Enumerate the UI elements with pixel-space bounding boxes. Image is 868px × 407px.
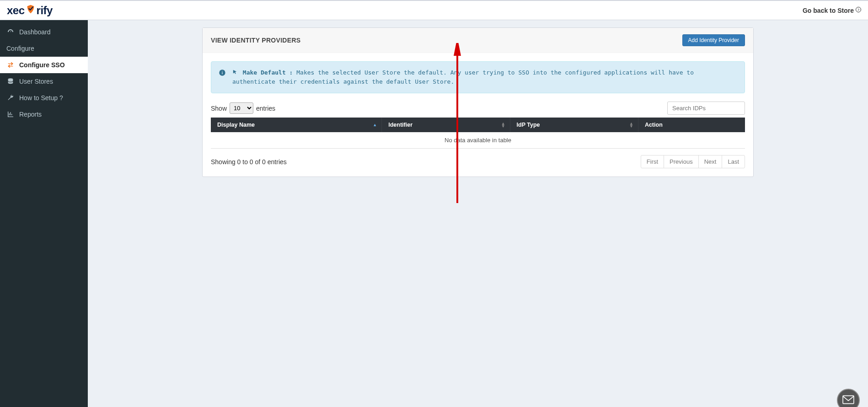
page-prev-button[interactable]: Previous [664, 155, 699, 168]
logo-text-left: xec [7, 4, 25, 17]
sidebar-header-configure: Configure [0, 40, 88, 57]
main-content: VIEW IDENTITY PROVIDERS Add Identity Pro… [88, 20, 868, 407]
shield-check-icon [25, 4, 37, 17]
cursor-icon [232, 69, 241, 76]
sidebar-item-label: Reports [19, 111, 42, 118]
col-label: Display Name [217, 122, 255, 128]
sidebar-item-label: User Stores [19, 78, 53, 85]
sidebar-item-label: Dashboard [19, 28, 51, 36]
svg-rect-4 [222, 71, 222, 71]
panel-title: VIEW IDENTITY PROVIDERS [211, 37, 300, 44]
sidebar-item-how-to-setup[interactable]: How to Setup ? [0, 90, 88, 106]
page-last-button[interactable]: Last [722, 155, 745, 168]
length-prefix: Show [211, 105, 227, 112]
sort-asc-icon: ▲ [373, 123, 377, 126]
chart-icon [6, 111, 15, 118]
sidebar-item-dashboard[interactable]: Dashboard [0, 24, 88, 40]
go-back-to-store-link[interactable]: Go back to Store [803, 7, 861, 14]
sidebar-item-reports[interactable]: Reports [0, 106, 88, 123]
sidebar-item-label: Configure SSO [19, 61, 65, 69]
sort-both-icon: ▲▼ [501, 122, 505, 128]
database-icon [6, 78, 15, 85]
add-identity-provider-button[interactable]: Add Identity Provider [682, 34, 745, 46]
page-next-button[interactable]: Next [698, 155, 723, 168]
logo: xec rify [7, 4, 53, 17]
info-strong: Make Default : [243, 69, 293, 76]
identity-providers-panel: VIEW IDENTITY PROVIDERS Add Identity Pro… [202, 27, 754, 177]
table-empty-row: No data available in table [211, 132, 745, 149]
wrench-icon [6, 94, 15, 102]
svg-rect-6 [843, 396, 854, 403]
mail-icon [842, 395, 854, 406]
info-icon [219, 69, 226, 79]
col-display-name[interactable]: Display Name ▲ [211, 118, 382, 132]
col-label: IdP Type [517, 122, 540, 128]
pagination: First Previous Next Last [641, 155, 745, 168]
go-back-label: Go back to Store [803, 7, 854, 14]
length-suffix: entries [256, 105, 275, 112]
col-label: Action [645, 122, 663, 128]
length-control: Show 102550100 entries [211, 102, 275, 114]
svg-point-1 [8, 78, 13, 80]
sidebar-item-configure-sso[interactable]: Configure SSO [0, 57, 88, 73]
col-action: Action [638, 118, 745, 132]
dashboard-icon [6, 28, 15, 36]
info-alert: Make Default : Makes the selected User S… [211, 61, 745, 93]
info-text-wrap: Make Default : Makes the selected User S… [232, 68, 737, 86]
logo-text-right: rify [37, 4, 53, 17]
sidebar-item-user-stores[interactable]: User Stores [0, 73, 88, 90]
idp-table: Display Name ▲ Identifier ▲▼ IdP Type ▲▼ [211, 118, 745, 149]
sidebar-header-label: Configure [6, 45, 34, 52]
svg-rect-3 [222, 72, 222, 75]
svg-point-0 [856, 7, 861, 12]
topbar: xec rify Go back to Store [0, 0, 868, 20]
col-idp-type[interactable]: IdP Type ▲▼ [510, 118, 638, 132]
sidebar-item-label: How to Setup ? [19, 94, 63, 102]
table-info: Showing 0 to 0 of 0 entries [211, 158, 287, 166]
sort-both-icon: ▲▼ [629, 122, 633, 128]
chevron-right-icon [856, 7, 861, 14]
search-input[interactable] [667, 102, 745, 115]
info-body: Makes the selected User Store the defaul… [232, 69, 694, 85]
length-select[interactable]: 102550100 [230, 102, 253, 114]
col-identifier[interactable]: Identifier ▲▼ [382, 118, 510, 132]
panel-header: VIEW IDENTITY PROVIDERS Add Identity Pro… [203, 28, 753, 53]
empty-text: No data available in table [211, 132, 745, 149]
col-label: Identifier [388, 122, 413, 128]
exchange-icon [6, 61, 15, 69]
page-first-button[interactable]: First [641, 155, 664, 168]
sidebar: Dashboard Configure Configure SSO User S… [0, 20, 88, 407]
